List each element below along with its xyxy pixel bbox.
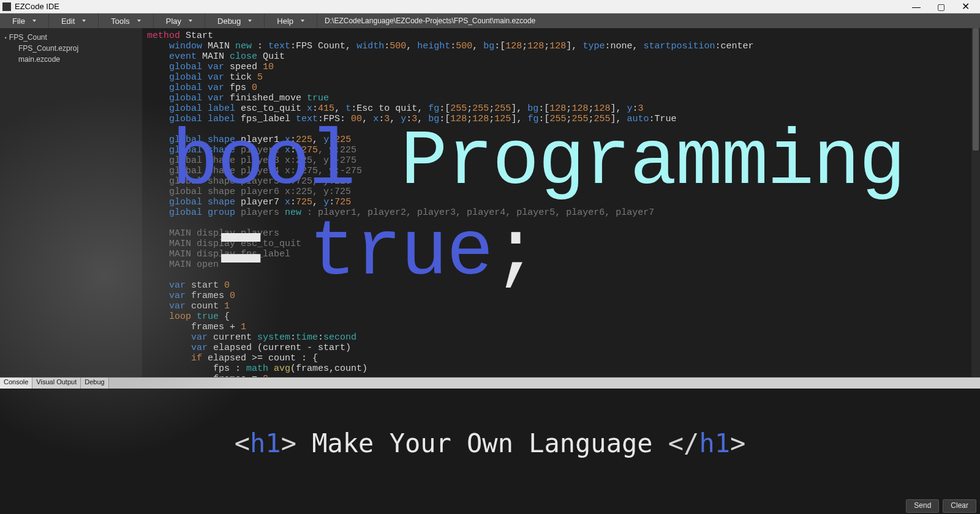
clear-button[interactable]: Clear xyxy=(943,499,976,513)
code-content[interactable]: method Start window MAIN new : text:FPS … xyxy=(142,28,980,377)
bottom-panel: Console Visual Output Debug <h1> Make Yo… xyxy=(0,377,980,514)
menu-edit[interactable]: Edit xyxy=(49,13,99,28)
minimize-button[interactable]: — xyxy=(904,0,929,13)
scrollbar-thumb[interactable] xyxy=(973,28,979,151)
console-buttons: Send Clear xyxy=(0,498,980,514)
maximize-button[interactable]: ▢ xyxy=(929,0,953,13)
project-sidebar: FPS_Count FPS_Count.ezproj main.ezcode xyxy=(0,28,142,377)
menubar: File Edit Tools Play Debug Help D:\EZCod… xyxy=(0,13,980,28)
menu-tools[interactable]: Tools xyxy=(99,13,153,28)
tab-console[interactable]: Console xyxy=(0,378,32,389)
menu-play[interactable]: Play xyxy=(154,13,205,28)
titlebar: EZCode IDE — ▢ ✕ xyxy=(0,0,980,13)
menu-help[interactable]: Help xyxy=(265,13,317,28)
tree-file-main[interactable]: main.ezcode xyxy=(0,54,142,65)
tab-visual-output[interactable]: Visual Output xyxy=(32,378,81,389)
menu-file[interactable]: File xyxy=(0,13,49,28)
main-area: FPS_Count FPS_Count.ezproj main.ezcode m… xyxy=(0,28,980,377)
close-button[interactable]: ✕ xyxy=(953,0,978,13)
editor-scrollbar[interactable] xyxy=(971,28,980,377)
code-editor[interactable]: method Start window MAIN new : text:FPS … xyxy=(142,28,980,377)
app-icon xyxy=(2,2,11,11)
tree-file-ezproj[interactable]: FPS_Count.ezproj xyxy=(0,43,142,54)
console-line: <h1> Make Your Own Language </h1> xyxy=(235,428,746,458)
tab-debug[interactable]: Debug xyxy=(81,378,108,389)
panel-tabs: Console Visual Output Debug xyxy=(0,378,980,389)
tree-root[interactable]: FPS_Count xyxy=(0,32,142,43)
console-body: <h1> Make Your Own Language </h1> xyxy=(0,389,980,498)
window-title: EZCode IDE xyxy=(15,2,59,11)
send-button[interactable]: Send xyxy=(906,499,939,513)
menu-debug[interactable]: Debug xyxy=(205,13,265,28)
file-path: D:\EZCodeLanguage\EZCode-Projects\FPS_Co… xyxy=(317,17,543,25)
